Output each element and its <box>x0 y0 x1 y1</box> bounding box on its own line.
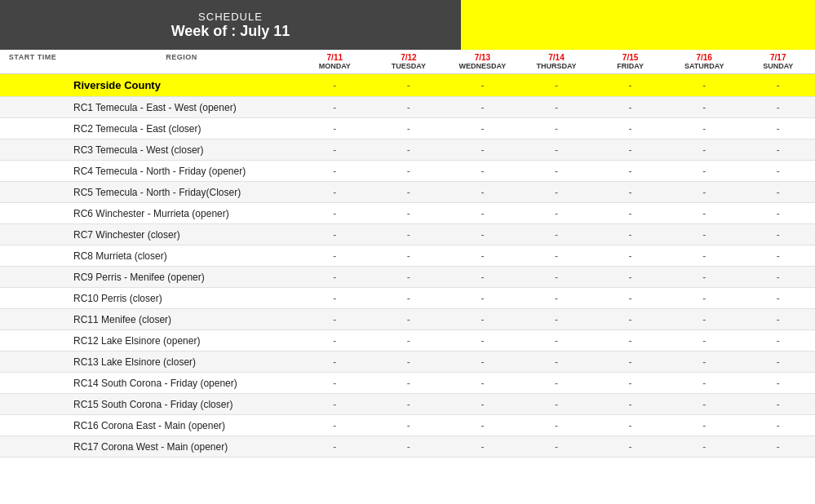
cell-day-saturday: - <box>667 378 742 389</box>
cell-region: RC15 South Corona - Friday (closer) <box>65 399 298 410</box>
cell-day-saturday: - <box>667 399 742 410</box>
cell-day-saturday: - <box>667 123 742 135</box>
cell-day-monday: - <box>298 102 372 113</box>
cell-day-tuesday: - <box>372 399 446 410</box>
cell-day-saturday: - <box>667 80 742 91</box>
cell-day-monday: - <box>298 208 372 219</box>
cell-day-saturday: - <box>667 441 742 453</box>
cell-day-friday: - <box>593 250 667 262</box>
cell-day-monday: - <box>298 356 372 368</box>
cell-day-thursday: - <box>520 102 594 113</box>
schedule-table: Riverside County-------RC1 Temecula - Ea… <box>0 74 815 458</box>
cell-day-saturday: - <box>667 166 742 177</box>
cell-region: RC4 Temecula - North - Friday (opener) <box>65 166 298 177</box>
cell-day-thursday: - <box>520 166 594 177</box>
cell-region: RC9 Perris - Menifee (opener) <box>65 272 298 283</box>
cell-day-wednesday: - <box>445 378 520 389</box>
cell-day-wednesday: - <box>445 293 520 304</box>
cell-region: RC13 Lake Elsinore (closer) <box>65 356 298 368</box>
table-row: RC15 South Corona - Friday (closer)-----… <box>0 394 815 415</box>
cell-day-tuesday: - <box>372 144 446 156</box>
cell-day-friday: - <box>593 229 667 241</box>
cell-day-sunday: - <box>741 144 815 156</box>
week-label: Week of : July 11 <box>16 23 445 40</box>
col-header-day-tuesday: 7/12TUESDAY <box>372 53 446 70</box>
cell-day-sunday: - <box>741 208 815 219</box>
cell-day-wednesday: - <box>445 144 520 156</box>
cell-region: RC2 Temecula - East (closer) <box>65 123 298 135</box>
cell-day-tuesday: - <box>372 314 446 325</box>
col-header-day-thursday: 7/14THURSDAY <box>520 53 594 70</box>
cell-day-thursday: - <box>520 80 594 91</box>
cell-day-saturday: - <box>667 208 742 219</box>
table-row: RC5 Temecula - North - Friday(Closer)---… <box>0 182 815 203</box>
cell-day-tuesday: - <box>372 420 446 431</box>
cell-day-thursday: - <box>520 314 594 325</box>
cell-region: RC11 Menifee (closer) <box>65 314 298 325</box>
cell-day-monday: - <box>298 314 372 325</box>
cell-day-sunday: - <box>741 123 815 135</box>
cell-day-friday: - <box>593 80 667 91</box>
table-row: RC6 Winchester - Murrieta (opener)------… <box>0 203 815 224</box>
cell-region: RC10 Perris (closer) <box>65 293 298 304</box>
cell-day-wednesday: - <box>445 123 520 135</box>
cell-day-thursday: - <box>520 250 594 262</box>
cell-day-sunday: - <box>741 356 815 368</box>
cell-day-monday: - <box>298 80 372 91</box>
cell-day-tuesday: - <box>372 272 446 283</box>
table-row: RC2 Temecula - East (closer)------- <box>0 118 815 139</box>
cell-day-sunday: - <box>741 229 815 241</box>
cell-day-monday: - <box>298 144 372 156</box>
cell-day-tuesday: - <box>372 80 446 91</box>
cell-region: RC8 Murrieta (closer) <box>65 250 298 262</box>
cell-day-wednesday: - <box>445 229 520 241</box>
cell-region: RC1 Temecula - East - West (opener) <box>65 102 298 113</box>
cell-day-saturday: - <box>667 420 742 431</box>
cell-day-sunday: - <box>741 335 815 347</box>
cell-day-tuesday: - <box>372 378 446 389</box>
cell-day-monday: - <box>298 293 372 304</box>
cell-day-sunday: - <box>741 314 815 325</box>
col-header-region: REGION <box>65 53 298 70</box>
cell-day-tuesday: - <box>372 250 446 262</box>
cell-day-friday: - <box>593 187 667 198</box>
cell-day-tuesday: - <box>372 166 446 177</box>
table-row: RC10 Perris (closer)------- <box>0 288 815 309</box>
table-row: RC11 Menifee (closer)------- <box>0 309 815 330</box>
table-row: RC12 Lake Elsinore (opener)------- <box>0 330 815 351</box>
col-header-day-sunday: 7/17SUNDAY <box>741 53 815 70</box>
cell-day-monday: - <box>298 420 372 431</box>
cell-region: Riverside County <box>65 79 298 91</box>
cell-day-wednesday: - <box>445 314 520 325</box>
col-header-day-monday: 7/11MONDAY <box>298 53 372 70</box>
table-row: RC13 Lake Elsinore (closer)------- <box>0 351 815 373</box>
cell-day-friday: - <box>593 335 667 347</box>
cell-region: RC3 Temecula - West (closer) <box>65 144 298 156</box>
cell-day-tuesday: - <box>372 335 446 347</box>
cell-day-thursday: - <box>520 399 594 410</box>
cell-day-friday: - <box>593 102 667 113</box>
table-row: RC4 Temecula - North - Friday (opener)--… <box>0 161 815 182</box>
cell-day-monday: - <box>298 272 372 283</box>
cell-day-sunday: - <box>741 80 815 91</box>
cell-day-wednesday: - <box>445 250 520 262</box>
cell-region: RC5 Temecula - North - Friday(Closer) <box>65 187 298 198</box>
cell-day-saturday: - <box>667 229 742 241</box>
column-headers: START TIME REGION 7/11MONDAY7/12TUESDAY7… <box>0 50 815 74</box>
cell-day-sunday: - <box>741 102 815 113</box>
cell-day-tuesday: - <box>372 356 446 368</box>
cell-day-saturday: - <box>667 356 742 368</box>
col-header-day-saturday: 7/16SATURDAY <box>667 53 742 70</box>
cell-day-thursday: - <box>520 123 594 135</box>
cell-day-monday: - <box>298 166 372 177</box>
cell-day-friday: - <box>593 144 667 156</box>
cell-day-saturday: - <box>667 187 742 198</box>
cell-day-wednesday: - <box>445 102 520 113</box>
cell-day-wednesday: - <box>445 80 520 91</box>
table-row: RC14 South Corona - Friday (opener)-----… <box>0 373 815 394</box>
cell-day-friday: - <box>593 166 667 177</box>
cell-day-friday: - <box>593 441 667 453</box>
cell-day-monday: - <box>298 335 372 347</box>
cell-day-sunday: - <box>741 441 815 453</box>
cell-day-monday: - <box>298 250 372 262</box>
